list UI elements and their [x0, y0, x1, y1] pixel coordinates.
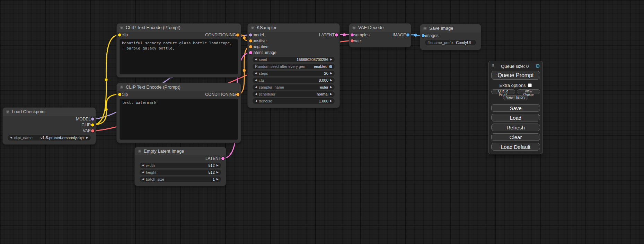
- input-slot-positive[interactable]: [249, 39, 252, 42]
- widget-label: sampler_name: [259, 85, 284, 89]
- arrow-right-icon[interactable]: ▶: [217, 171, 219, 174]
- input-slot-samples[interactable]: [351, 33, 354, 36]
- node-title-bar[interactable]: KSampler: [248, 24, 339, 32]
- node-save-image[interactable]: Save Image images filename_prefix ComfyU…: [420, 24, 481, 50]
- widget-value: 20: [324, 71, 328, 75]
- arrow-left-icon[interactable]: ◀: [255, 100, 257, 102]
- drag-handle-icon[interactable]: ⠿: [491, 64, 494, 69]
- output-slot-vae[interactable]: [91, 129, 94, 132]
- input-slot-latent-image[interactable]: [249, 51, 252, 54]
- arrow-right-icon[interactable]: ▶: [330, 72, 332, 75]
- arrow-left-icon[interactable]: ◀: [255, 93, 257, 96]
- output-slot-latent[interactable]: [221, 157, 224, 160]
- save-button[interactable]: Save: [491, 104, 540, 112]
- node-empty-latent-image[interactable]: Empty Latent Image LATENT ◀ width 512 ▶ …: [135, 147, 226, 186]
- extra-options-label: Extra options: [500, 83, 526, 88]
- clear-button[interactable]: Clear: [491, 133, 540, 141]
- queue-front-button[interactable]: Queue Front: [491, 89, 515, 94]
- node-clip-text-encode-negative[interactable]: CLIP Text Encode (Prompt) clip CONDITION…: [117, 83, 241, 143]
- arrow-right-icon[interactable]: ▶: [217, 164, 219, 167]
- widget-width[interactable]: ◀ width 512 ▶: [140, 163, 221, 168]
- widget-batch-size[interactable]: ◀ batch_size 1 ▶: [140, 177, 221, 182]
- refresh-button[interactable]: Refresh: [491, 124, 540, 131]
- collapse-dot-icon[interactable]: [423, 27, 427, 30]
- node-title-bar[interactable]: CLIP Text Encode (Prompt): [117, 83, 241, 91]
- collapse-dot-icon[interactable]: [120, 26, 123, 29]
- output-label-latent: LATENT: [205, 156, 221, 161]
- node-load-checkpoint[interactable]: Load Checkpoint MODEL CLIP VAE ◀ ckpt_na…: [3, 108, 96, 144]
- collapse-dot-icon[interactable]: [352, 26, 356, 29]
- output-slot-conditioning[interactable]: [236, 93, 239, 96]
- collapse-dot-icon[interactable]: [251, 26, 254, 29]
- output-slot-image[interactable]: [406, 33, 409, 36]
- widget-value: 1.000: [319, 99, 328, 103]
- widget-filename-prefix[interactable]: filename_prefix ComfyUI: [425, 40, 476, 45]
- node-vae-decode[interactable]: VAE Decode samples IMAGE vae: [349, 24, 411, 47]
- arrow-left-icon[interactable]: ◀: [10, 136, 12, 139]
- widget-random-seed[interactable]: Random seed after every gen enabled: [253, 64, 335, 69]
- output-slot-clip[interactable]: [91, 123, 94, 126]
- load-button[interactable]: Load: [491, 114, 540, 121]
- node-title: Save Image: [429, 26, 453, 31]
- prompt-textarea[interactable]: text, watermark: [120, 99, 238, 140]
- widget-value: enabled: [314, 64, 327, 69]
- arrow-right-icon[interactable]: ▶: [217, 178, 219, 181]
- slot-row: images: [420, 33, 481, 38]
- arrow-left-icon[interactable]: ◀: [142, 171, 144, 174]
- arrow-right-icon[interactable]: ▶: [330, 58, 332, 61]
- output-slot-model[interactable]: [91, 117, 94, 120]
- widget-denoise[interactable]: ◀ denoise 1.000 ▶: [253, 98, 335, 104]
- widget-height[interactable]: ◀ height 512 ▶: [140, 170, 221, 175]
- arrow-right-icon[interactable]: ▶: [86, 136, 88, 139]
- collapse-dot-icon[interactable]: [138, 150, 141, 153]
- widget-label: scheduler: [259, 92, 275, 96]
- node-title-bar[interactable]: CLIP Text Encode (Prompt): [117, 24, 241, 32]
- settings-gear-icon[interactable]: ⚙: [536, 63, 540, 69]
- widget-seed[interactable]: ◀ seed 156680208700286 ▶: [253, 57, 335, 62]
- view-history-button[interactable]: View History: [503, 95, 528, 100]
- slot-row: clip CONDITIONING: [117, 91, 241, 97]
- widget-value: 156680208700286: [297, 57, 328, 62]
- arrow-right-icon[interactable]: ▶: [330, 86, 332, 89]
- widget-scheduler[interactable]: ◀ scheduler normal ▶: [253, 91, 335, 97]
- wire-negative-conditioning-dot: [243, 69, 246, 72]
- input-slot-vae[interactable]: [351, 39, 354, 42]
- widget-cfg[interactable]: ◀ cfg 8.000 ▶: [253, 78, 335, 83]
- queue-prompt-button[interactable]: Queue Prompt: [491, 71, 540, 80]
- node-graph-canvas[interactable]: Load Checkpoint MODEL CLIP VAE ◀ ckpt_na…: [0, 0, 644, 244]
- node-title-bar[interactable]: Empty Latent Image: [135, 147, 226, 155]
- widget-ckpt-name[interactable]: ◀ ckpt_name v1-5-pruned-emaonly.ckpt ▶: [8, 135, 91, 141]
- arrow-right-icon[interactable]: ▶: [330, 93, 332, 96]
- input-slot-negative[interactable]: [249, 45, 252, 48]
- view-queue-button[interactable]: View Queue: [517, 89, 540, 94]
- arrow-right-icon[interactable]: ▶: [330, 100, 332, 102]
- widget-sampler-name[interactable]: ◀ sampler_name euler ▶: [253, 84, 335, 90]
- extra-options-checkbox[interactable]: [528, 83, 532, 87]
- node-title: CLIP Text Encode (Prompt): [126, 84, 180, 90]
- widget-steps[interactable]: ◀ steps 20 ▶: [253, 71, 335, 76]
- arrow-left-icon[interactable]: ◀: [255, 58, 257, 61]
- collapse-dot-icon[interactable]: [6, 110, 9, 114]
- arrow-left-icon[interactable]: ◀: [142, 164, 144, 167]
- arrow-left-icon[interactable]: ◀: [255, 72, 257, 75]
- input-slot-model[interactable]: [249, 33, 252, 36]
- arrow-left-icon[interactable]: ◀: [255, 79, 257, 82]
- random-seed-toggle[interactable]: [329, 65, 332, 68]
- input-slot-clip[interactable]: [118, 33, 121, 36]
- output-slot-latent[interactable]: [335, 33, 338, 36]
- collapse-dot-icon[interactable]: [120, 85, 123, 89]
- arrow-right-icon[interactable]: ▶: [330, 79, 332, 82]
- node-clip-text-encode-positive[interactable]: CLIP Text Encode (Prompt) clip CONDITION…: [117, 24, 241, 77]
- input-slot-images[interactable]: [422, 34, 425, 37]
- node-title-bar[interactable]: Save Image: [420, 24, 481, 33]
- prompt-textarea[interactable]: beautiful scenery nature glass bottle la…: [120, 39, 238, 74]
- input-slot-clip[interactable]: [118, 93, 121, 96]
- load-default-button[interactable]: Load Default: [491, 143, 540, 151]
- slot-row: positive: [248, 38, 339, 44]
- output-slot-conditioning[interactable]: [236, 33, 239, 36]
- arrow-left-icon[interactable]: ◀: [255, 86, 257, 89]
- arrow-left-icon[interactable]: ◀: [142, 178, 144, 181]
- node-title-bar[interactable]: Load Checkpoint: [3, 108, 96, 116]
- node-title-bar[interactable]: VAE Decode: [349, 24, 411, 32]
- node-ksampler[interactable]: KSampler model LATENT positive negative …: [248, 24, 339, 108]
